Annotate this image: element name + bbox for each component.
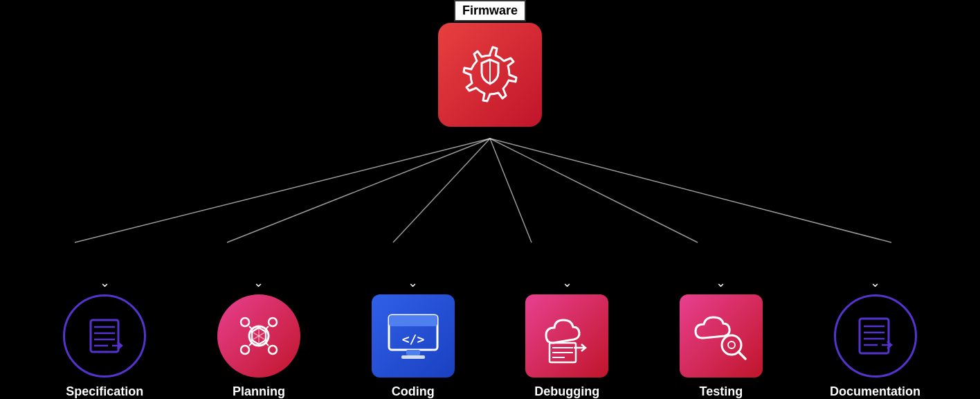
svg-rect-39 — [860, 319, 889, 353]
svg-point-15 — [269, 318, 277, 326]
planning-icon — [217, 294, 300, 378]
planning-chevron: ⌄ — [253, 275, 264, 290]
svg-point-17 — [269, 346, 277, 354]
coding-icon-wrapper: ⌄ </> — [372, 294, 455, 378]
testing-label: Testing — [700, 384, 743, 399]
debugging-icon-wrapper: ⌄ — [525, 294, 608, 378]
coding-chevron: ⌄ — [408, 275, 418, 290]
svg-point-14 — [241, 318, 249, 326]
debugging-label: Debugging — [534, 384, 599, 399]
documentation-icon-wrapper: ⌄ — [834, 294, 917, 378]
svg-line-4 — [490, 139, 698, 242]
svg-line-18 — [249, 326, 252, 329]
item-coding: ⌄ </> Coding — [358, 294, 469, 399]
svg-rect-27 — [389, 315, 437, 326]
svg-text:</>: </> — [401, 332, 424, 346]
svg-point-16 — [241, 346, 249, 354]
coding-label: Coding — [392, 384, 435, 399]
svg-line-5 — [490, 139, 891, 242]
debugging-icon — [525, 294, 608, 378]
svg-point-38 — [728, 342, 735, 348]
planning-icon-wrapper: ⌄ — [217, 294, 300, 378]
svg-line-0 — [75, 139, 490, 242]
svg-rect-29 — [406, 350, 420, 355]
documentation-chevron: ⌄ — [870, 275, 880, 290]
firmware-label: Firmware — [454, 0, 526, 21]
specification-label: Specification — [66, 384, 143, 399]
svg-line-20 — [249, 343, 252, 346]
item-debugging: ⌄ Debugging — [511, 294, 622, 399]
svg-line-19 — [266, 326, 269, 329]
coding-icon: </> — [372, 294, 455, 378]
testing-chevron: ⌄ — [716, 275, 726, 290]
item-testing: ⌄ Testing — [666, 294, 777, 399]
svg-line-2 — [393, 139, 490, 242]
testing-icon-wrapper: ⌄ — [680, 294, 763, 378]
firmware-container: Firmware — [438, 0, 542, 127]
specification-icon — [63, 294, 146, 378]
svg-line-37 — [738, 352, 745, 359]
items-row: ⌄ Specification — [0, 294, 980, 399]
item-planning: ⌄ — [203, 294, 314, 399]
specification-chevron: ⌄ — [100, 275, 110, 290]
planning-label: Planning — [233, 384, 285, 399]
svg-line-3 — [490, 139, 532, 242]
svg-rect-7 — [91, 320, 118, 352]
debugging-chevron: ⌄ — [562, 275, 572, 290]
documentation-label: Documentation — [830, 384, 920, 399]
svg-line-1 — [227, 139, 490, 242]
specification-icon-wrapper: ⌄ — [63, 294, 146, 378]
firmware-icon — [438, 23, 542, 127]
svg-rect-30 — [401, 355, 425, 359]
item-documentation: ⌄ Documentation — [820, 294, 931, 399]
scene: Firmware ⌄ — [0, 0, 980, 399]
svg-line-21 — [266, 343, 269, 346]
documentation-icon — [834, 294, 917, 378]
item-specification: ⌄ Specification — [49, 294, 160, 399]
firmware-svg-icon — [455, 40, 525, 109]
testing-icon — [680, 294, 763, 378]
